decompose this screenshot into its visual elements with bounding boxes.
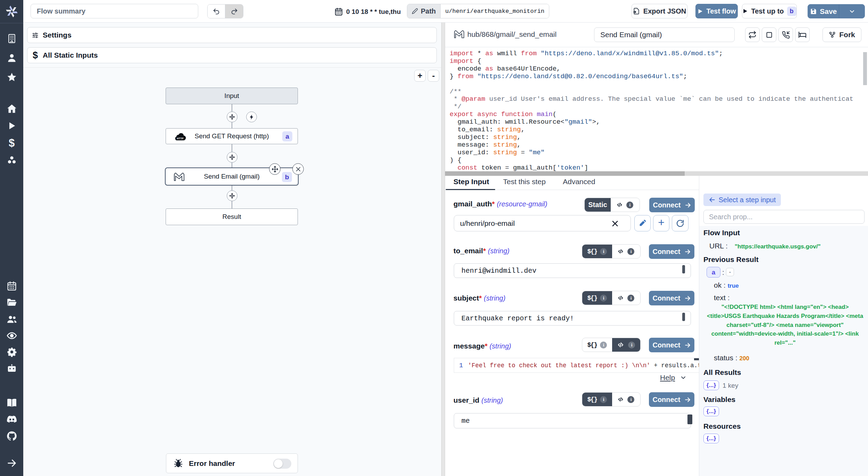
svg-text:HTTP: HTTP [177, 137, 183, 140]
